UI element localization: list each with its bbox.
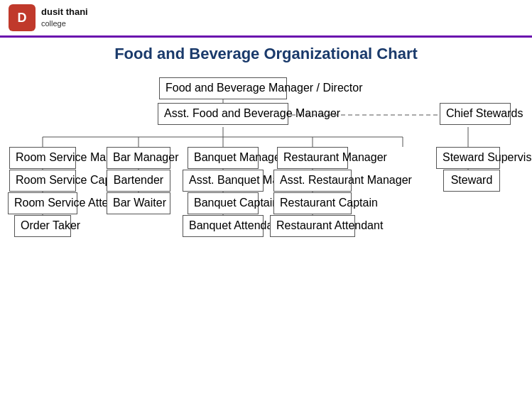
logo-text: dusit thani college	[41, 6, 88, 28]
node-order-taker: Order Taker	[14, 215, 71, 237]
node-bar-waiter: Bar Waiter	[107, 192, 170, 214]
header: D dusit thani college	[0, 0, 532, 38]
node-banquet-manager: Banquet Manager	[188, 147, 259, 169]
node-bar-manager: Bar Manager	[107, 147, 170, 169]
node-room-service-captain: Room Service Captain	[9, 170, 76, 192]
node-asst-restaurant-manager: Asst. Restaurant Manager	[273, 170, 352, 192]
node-steward: Steward	[443, 170, 500, 192]
node-asst-banquet-manager: Asst. Banquet Manager	[183, 170, 264, 192]
node-restaurant-manager: Restaurant Manager	[277, 147, 348, 169]
node-restaurant-attendant: Restaurant Attendant	[270, 215, 355, 237]
node-steward-supervisor: Steward Supervisor	[436, 147, 500, 169]
node-banquet-captain: Banquet Captain	[188, 192, 259, 214]
node-restaurant-captain: Restaurant Captain	[273, 192, 352, 214]
logo-box: D	[9, 4, 36, 31]
node-bartender: Bartender	[107, 170, 170, 192]
node-room-service-manager: Room Service Manager	[9, 147, 76, 169]
chart-container: Food and Beverage Manager / Director Ass…	[7, 67, 525, 394]
node-room-service-attendant: Room Service Attendant	[8, 192, 77, 214]
node-fb-director: Food and Beverage Manager / Director	[159, 77, 287, 99]
page-title: Food and Beverage Organizational Chart	[0, 38, 532, 67]
node-banquet-attendant: Banquet Attendant	[183, 215, 264, 237]
node-chief-stewards: Chief Stewards	[440, 103, 511, 125]
logo-letter: D	[18, 11, 27, 26]
node-asst-fb: Asst. Food and Beverage Manager	[158, 103, 288, 125]
